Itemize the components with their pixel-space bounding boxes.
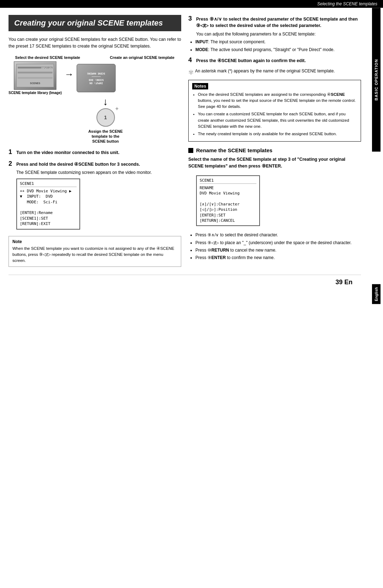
note-title: Note [12, 239, 177, 244]
step-2: 2 Press and hold the desired ④SCENE butt… [9, 160, 181, 267]
notes-box: Notes Once the desired SCENE templates a… [188, 80, 361, 142]
param-mode: MODE: The active sound field programs, "… [195, 46, 361, 53]
notes-item-2: You can create a customized SCENE templa… [198, 111, 357, 130]
screen-1-title: SCENE1 [20, 181, 77, 187]
sidebar-english: English [372, 284, 381, 304]
step-3-number: 3 [188, 15, 195, 22]
right-column: 3 Press ⑨∧/∨ to select the desired param… [188, 15, 361, 271]
rename-bullet-4: Press ⑨ENTER to confirm the new name. [195, 254, 361, 261]
diagram-label-1: Select the desired SCENE template [15, 55, 80, 60]
step-4-text: Press the ④SCENE button again to confirm… [196, 58, 306, 64]
tip-icon: ✾ [188, 68, 194, 76]
left-column: Creating your original SCENE templates Y… [9, 15, 181, 271]
page-footer: 39 En [9, 275, 361, 290]
note-box: Note When the SCENE template you want to… [9, 236, 181, 267]
rename-bullet-1: Press ⑨∧/∨ to select the desired charact… [195, 232, 361, 238]
section-title: Creating your original SCENE templates [9, 15, 181, 31]
tip-text: An asterisk mark (*) appears by the name… [195, 68, 335, 73]
screen-2-title: SCENE1 [200, 178, 256, 184]
rename-section: Rename the SCENE templates Select the na… [188, 147, 361, 261]
diagram-area: Select the desired SCENE template Create… [9, 55, 181, 144]
step-2-subtext: The SCENE template customizing screen ap… [16, 169, 181, 176]
header-title: Selecting the SCENE templates [317, 1, 377, 6]
step-2-text: Press and hold the desired ④SCENE button… [16, 161, 140, 168]
notes-item-3: The newly created template is only avail… [198, 131, 357, 137]
device-1-caption: SCENE template library (Image) [9, 91, 62, 95]
input-desc: The input source component. [210, 39, 265, 44]
rename-desc: Select the name of the SCENE template at… [188, 156, 361, 170]
right-sidebar: BASIC OPERATION English [370, 8, 383, 304]
diagram-arrow: → [65, 69, 74, 80]
step-3-subtext: You can adjust the following parameters … [196, 31, 361, 37]
rename-bullet-icon [188, 148, 193, 153]
input-label: INPUT [195, 39, 208, 44]
diagram-label-2: Create an original SCENE template [110, 55, 174, 60]
mode-label: MODE [195, 47, 208, 52]
step-3-params: INPUT: The input source component. MODE:… [188, 39, 361, 53]
page-number: 39 En [335, 279, 353, 286]
intro-text: You can create your original SCENE templ… [9, 36, 181, 50]
step-3: 3 Press ⑨∧/∨ to select the desired param… [188, 15, 361, 53]
note-text: When the SCENE template you want to cust… [12, 246, 177, 264]
step-2-number: 2 [9, 160, 15, 167]
diagram-device-2: INPUT: ON SCENE: DVD —————— SCENE NAMING [77, 64, 116, 92]
notes-item-1: Once the desired SCENE templates are ass… [198, 92, 357, 110]
screen-mockup-2: SCENE1 RENAME DVD Movie Viewing [∧]/[∨]:… [196, 175, 260, 226]
rename-bullet-2: Press ⑨◁/▷ to place an "_" (underscore) … [195, 240, 361, 246]
step-1-text: Turn on the video monitor connected to t… [16, 150, 120, 156]
notes-list: Once the desired SCENE templates are ass… [192, 92, 357, 137]
notes-title: Notes [192, 83, 208, 89]
diagram-device-1: INPUT: ON SCENES SCENE template library … [9, 61, 62, 95]
step-4: 4 Press the ④SCENE button again to confi… [188, 56, 361, 64]
screen-mockup-1: SCENE1 ++ DVD Movie Viewing ▶ ▼ INPUT: D… [16, 178, 80, 230]
sidebar-basic-operation: BASIC OPERATION [372, 8, 381, 152]
assign-section: ↓ 1 ✦ Assign the SCENE template to the [30, 97, 181, 144]
rename-bullet-3: Press ⑩RETURN to cancel the new name. [195, 247, 361, 254]
step-1-number: 1 [9, 148, 15, 156]
tip-section: ✾ An asterisk mark (*) appears by the na… [188, 68, 361, 76]
assign-caption-3: SCENE button [92, 139, 119, 143]
step-4-number: 4 [188, 56, 195, 64]
mode-desc: The active sound field programs, "Straig… [210, 47, 334, 52]
page-header: Selecting the SCENE templates [0, 0, 383, 8]
assign-caption-1: Assign the SCENE [88, 129, 123, 133]
rename-bullets: Press ⑨∧/∨ to select the desired charact… [188, 232, 361, 261]
step-1: 1 Turn on the video monitor connected to… [9, 148, 181, 156]
param-input: INPUT: The input source component. [195, 39, 361, 45]
assign-caption-2: template to the [91, 134, 119, 138]
step-3-text: Press ⑨∧/∨ to select the desired paramet… [196, 16, 361, 29]
rename-title: Rename the SCENE templates [196, 147, 272, 153]
down-arrow-icon: ↓ [103, 97, 108, 107]
